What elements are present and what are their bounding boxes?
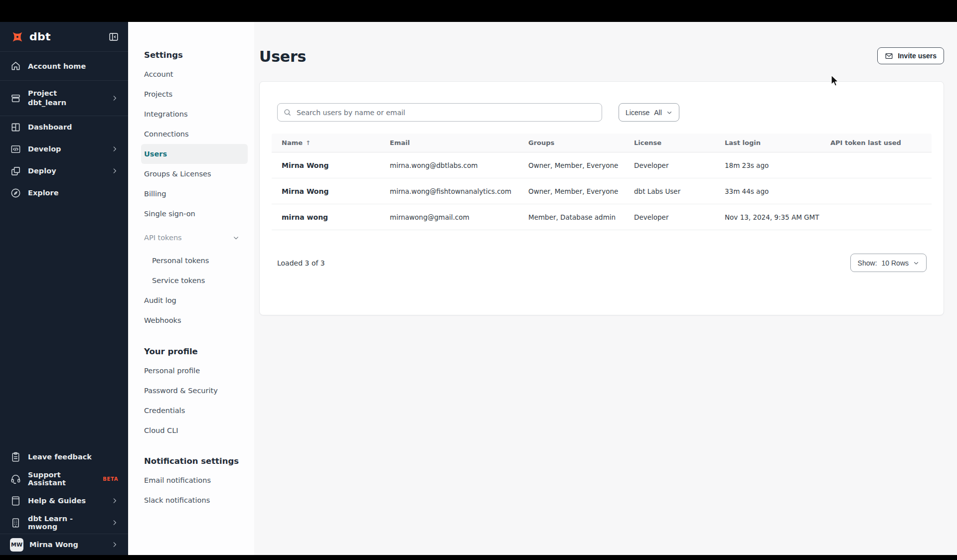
table-row[interactable]: mirna wong mirnawong@gmail.com Member, D… — [272, 204, 932, 230]
sidebar-item-label: Account home — [28, 62, 86, 70]
main-content: Users Invite users License All — [254, 22, 957, 555]
sidebar-item-label: dbt Learn - mwong — [28, 515, 105, 531]
sidebar-item-support-assistant[interactable]: Support Assistant BETA — [0, 468, 128, 490]
your-profile-title: Your profile — [128, 346, 254, 357]
cell-email: mirna.wong@fishtownanalytics.com — [380, 187, 518, 195]
table-row[interactable]: Mirna Wong mirna.wong@fishtownanalytics.… — [272, 178, 932, 204]
settings-nav-item-projects[interactable]: Projects — [128, 84, 254, 104]
cell-email: mirna.wong@dbtlabs.com — [380, 161, 518, 169]
cell-last-login: 18m 23s ago — [715, 161, 820, 169]
sidebar-footer: Leave feedback Support Assistant BETA He… — [0, 446, 128, 534]
cell-license: dbt Labs User — [624, 187, 715, 195]
sidebar-item-label: Dashboard — [28, 123, 72, 131]
show-rows-value: 10 Rows — [882, 259, 909, 267]
sidebar-item-project[interactable]: Project dbt_learn — [0, 81, 128, 116]
sidebar-item-develop[interactable]: Develop — [0, 138, 128, 160]
settings-nav-item-personal-tokens[interactable]: Personal tokens — [128, 251, 254, 271]
settings-nav-item-billing[interactable]: Billing — [128, 184, 254, 204]
dbt-logo-text: dbt — [29, 30, 51, 43]
settings-nav-item-personal-profile[interactable]: Personal profile — [128, 361, 254, 381]
search-icon — [283, 108, 292, 117]
loaded-count-text: Loaded 3 of 3 — [277, 259, 325, 267]
avatar: MW — [10, 538, 23, 552]
sidebar-header: dbt — [0, 22, 128, 51]
dashboard-grid-icon — [10, 122, 21, 133]
chevron-right-icon — [111, 95, 118, 102]
home-icon — [10, 60, 21, 72]
cell-email: mirnawong@gmail.com — [380, 213, 518, 221]
column-header-api-token[interactable]: API token last used — [820, 139, 932, 146]
collapse-sidebar-icon[interactable] — [108, 31, 119, 42]
sort-ascending-icon: ↑ — [306, 140, 311, 146]
book-icon — [10, 495, 21, 507]
settings-nav-item-connections[interactable]: Connections — [128, 124, 254, 144]
cell-license: Developer — [624, 213, 715, 221]
show-rows-dropdown[interactable]: Show: 10 Rows — [850, 254, 927, 272]
column-header-email[interactable]: Email — [380, 139, 518, 146]
sidebar-item-account-home[interactable]: Account home — [0, 52, 128, 80]
sidebar-user-menu[interactable]: MW Mirna Wong — [0, 534, 128, 555]
sidebar-item-label: Help & Guides — [28, 497, 86, 505]
sidebar-item-label: Explore — [28, 189, 59, 197]
settings-nav-item-password-security[interactable]: Password & Security — [128, 381, 254, 401]
sidebar-item-deploy[interactable]: Deploy — [0, 160, 128, 182]
cell-last-login: 33m 44s ago — [715, 187, 820, 195]
page-title: Users — [259, 48, 306, 65]
settings-nav-item-credentials[interactable]: Credentials — [128, 401, 254, 420]
sidebar: dbt Account home Project dbt_learn — [0, 22, 128, 555]
settings-nav-item-api-tokens[interactable]: API tokens — [128, 228, 254, 248]
project-box-icon — [10, 93, 21, 104]
sidebar-item-explore[interactable]: Explore — [0, 182, 128, 204]
settings-nav-item-integrations[interactable]: Integrations — [128, 104, 254, 124]
settings-nav: Settings Account Projects Integrations C… — [128, 22, 254, 555]
deploy-squares-icon — [10, 165, 21, 177]
table-row[interactable]: Mirna Wong mirna.wong@dbtlabs.com Owner,… — [272, 152, 932, 178]
search-users-input-wrap — [277, 103, 602, 122]
column-header-license[interactable]: License — [624, 139, 715, 146]
settings-nav-item-cloud-cli[interactable]: Cloud CLI — [128, 420, 254, 440]
project-label: Project — [28, 89, 66, 98]
license-filter-value: All — [654, 109, 662, 117]
cell-name: Mirna Wong — [272, 187, 380, 195]
cell-groups: Owner, Member, Everyone — [518, 161, 624, 169]
column-header-groups[interactable]: Groups — [518, 139, 624, 146]
dbt-logo-icon — [10, 29, 25, 44]
settings-nav-item-single-sign-on[interactable]: Single sign-on — [128, 204, 254, 224]
column-header-last-login[interactable]: Last login — [715, 139, 820, 146]
settings-nav-item-groups-licenses[interactable]: Groups & Licenses — [128, 164, 254, 184]
license-filter-dropdown[interactable]: License All — [619, 103, 679, 122]
column-header-name[interactable]: Name↑ — [272, 139, 380, 146]
settings-nav-item-webhooks[interactable]: Webhooks — [128, 310, 254, 330]
settings-nav-item-audit-log[interactable]: Audit log — [128, 290, 254, 310]
chevron-right-icon — [111, 167, 118, 174]
chevron-right-icon — [111, 497, 118, 504]
chevron-right-icon — [111, 519, 118, 526]
headset-icon — [10, 473, 21, 485]
app-window: dbt Account home Project dbt_learn — [0, 22, 957, 555]
show-rows-label: Show: — [858, 259, 877, 267]
sidebar-item-help-guides[interactable]: Help & Guides — [0, 490, 128, 512]
cell-groups: Member, Database admin — [518, 213, 624, 221]
users-table: Name↑ Email Groups License Last login AP… — [272, 134, 932, 230]
sidebar-item-dashboard[interactable]: Dashboard — [0, 116, 128, 138]
dbt-logo[interactable]: dbt — [10, 29, 51, 44]
sidebar-item-dbt-learn-account[interactable]: dbt Learn - mwong — [0, 512, 128, 534]
invite-users-label: Invite users — [898, 52, 937, 60]
cell-name: mirna wong — [272, 213, 380, 221]
cell-groups: Owner, Member, Everyone — [518, 187, 624, 195]
chevron-down-icon — [233, 235, 239, 241]
settings-nav-item-account[interactable]: Account — [128, 64, 254, 84]
building-icon — [10, 517, 21, 529]
sidebar-item-label: Leave feedback — [28, 453, 92, 461]
sidebar-item-leave-feedback[interactable]: Leave feedback — [0, 446, 128, 468]
search-users-input[interactable] — [277, 103, 602, 122]
settings-nav-item-email-notifications[interactable]: Email notifications — [128, 470, 254, 490]
settings-nav-title: Settings — [128, 50, 254, 61]
table-header-row: Name↑ Email Groups License Last login AP… — [272, 134, 932, 152]
invite-users-button[interactable]: Invite users — [877, 47, 944, 64]
settings-nav-item-service-tokens[interactable]: Service tokens — [128, 271, 254, 290]
project-name: dbt_learn — [28, 98, 66, 108]
settings-nav-item-slack-notifications[interactable]: Slack notifications — [128, 490, 254, 510]
settings-nav-item-users[interactable]: Users — [141, 144, 248, 164]
sidebar-item-label: Develop — [28, 145, 61, 153]
